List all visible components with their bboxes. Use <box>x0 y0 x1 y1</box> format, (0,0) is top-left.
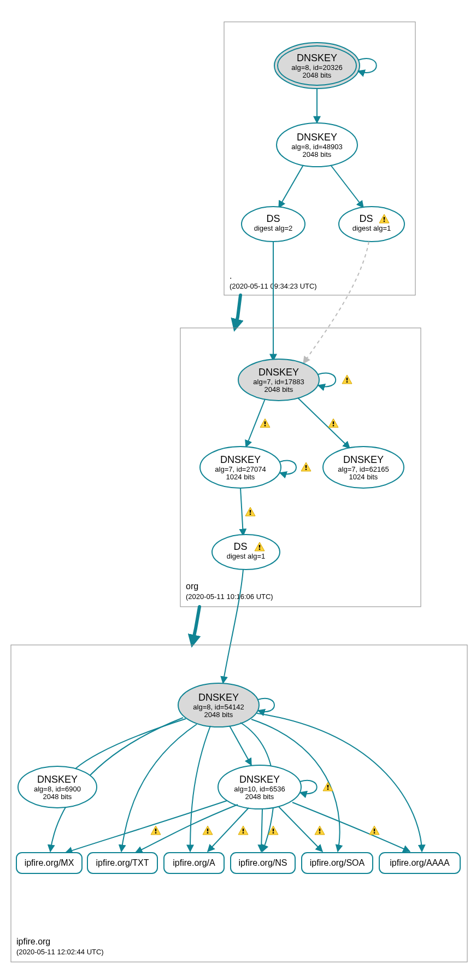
edge-orgksk-zsk1 <box>246 399 265 447</box>
node-ip-ksk: DNSKEY alg=8, id=54142 2048 bits <box>178 683 259 727</box>
svg-text:alg=8, id=20326: alg=8, id=20326 <box>291 63 342 72</box>
svg-text:DNSKEY: DNSKEY <box>37 774 78 785</box>
node-root-ds1: DS digest alg=1 <box>339 207 404 242</box>
edge-k6536-mx <box>66 801 227 853</box>
svg-text:alg=7, id=27074: alg=7, id=27074 <box>215 465 266 473</box>
svg-text:DS: DS <box>359 213 373 224</box>
svg-text:digest alg=1: digest alg=1 <box>227 552 265 560</box>
svg-text:2048 bits: 2048 bits <box>204 711 233 719</box>
self-loop-org-ksk <box>318 373 336 387</box>
zone-time-org: (2020-05-11 10:16:06 UTC) <box>186 592 273 601</box>
svg-text:digest alg=2: digest alg=2 <box>254 224 292 232</box>
svg-text:2048 bits: 2048 bits <box>245 793 274 801</box>
svg-text:ipfire.org/NS: ipfire.org/NS <box>239 858 287 867</box>
svg-text:DS: DS <box>233 541 247 552</box>
svg-text:2048 bits: 2048 bits <box>265 385 293 394</box>
svg-text:ipfire.org/AAAA: ipfire.org/AAAA <box>390 858 450 867</box>
svg-text:alg=7, id=17883: alg=7, id=17883 <box>253 378 304 386</box>
edge-k6536-ns <box>261 809 262 852</box>
dnssec-diagram: . (2020-05-11 09:34:23 UTC) DNSKEY alg=8… <box>0 0 476 980</box>
svg-text:ipfire.org/SOA: ipfire.org/SOA <box>310 858 365 867</box>
edge-orgds-ipksk <box>223 570 243 683</box>
svg-text:alg=10, id=6536: alg=10, id=6536 <box>234 785 285 793</box>
svg-text:DNSKEY: DNSKEY <box>239 774 280 785</box>
node-ip-k6900: DNSKEY alg=8, id=6900 2048 bits <box>18 766 97 808</box>
node-rr-ns: ipfire.org/NS <box>231 853 295 873</box>
delegation-arrow-org-ipfire <box>192 607 199 644</box>
warning-icon <box>315 826 325 835</box>
zone-time-ipfire: (2020-05-11 12:02:44 UTC) <box>16 948 104 956</box>
edge-k6536-soa <box>279 807 322 852</box>
svg-text:ipfire.org/TXT: ipfire.org/TXT <box>96 858 149 867</box>
zone-name-ipfire: ipfire.org <box>16 937 50 946</box>
svg-text:2048 bits: 2048 bits <box>303 71 332 79</box>
svg-text:alg=8, id=6900: alg=8, id=6900 <box>34 785 81 793</box>
svg-text:DS: DS <box>266 213 280 224</box>
node-org-zsk2: DNSKEY alg=7, id=62165 1024 bits <box>323 447 404 488</box>
node-rr-mx: ipfire.org/MX <box>16 853 82 873</box>
node-root-ds2: DS digest alg=2 <box>242 207 305 242</box>
svg-text:2048 bits: 2048 bits <box>303 150 332 159</box>
node-org-ds: DS digest alg=1 <box>212 535 280 570</box>
warning-icon <box>245 507 255 516</box>
edge-rootzsk-ds1 <box>331 165 363 208</box>
zone-name-root: . <box>230 271 232 280</box>
warning-icon <box>151 826 161 835</box>
svg-text:digest alg=1: digest alg=1 <box>352 224 391 232</box>
svg-text:ipfire.org/A: ipfire.org/A <box>173 858 215 867</box>
svg-text:DNSKEY: DNSKEY <box>220 454 261 465</box>
node-org-zsk1: DNSKEY alg=7, id=27074 1024 bits <box>200 447 281 488</box>
self-loop-org-zsk1 <box>280 461 296 474</box>
edge-ds1-orgksk-dashed <box>303 242 369 363</box>
svg-text:DNSKEY: DNSKEY <box>198 692 239 703</box>
svg-text:alg=8, id=48903: alg=8, id=48903 <box>291 143 342 151</box>
svg-text:alg=8, id=54142: alg=8, id=54142 <box>193 703 244 711</box>
warning-icon <box>301 462 311 471</box>
edge-ipksk-k6536 <box>230 726 251 765</box>
node-rr-soa: ipfire.org/SOA <box>302 853 373 873</box>
svg-text:ipfire.org/MX: ipfire.org/MX <box>25 858 74 867</box>
svg-text:DNSKEY: DNSKEY <box>297 132 337 143</box>
node-root-zsk: DNSKEY alg=8, id=48903 2048 bits <box>277 123 357 167</box>
warning-icon <box>260 419 270 427</box>
warning-icon <box>342 375 352 384</box>
warning-icon <box>203 826 213 835</box>
edge-orgzsk1-orgds <box>240 488 243 536</box>
warning-icon <box>369 826 379 835</box>
svg-text:1024 bits: 1024 bits <box>226 473 255 481</box>
warning-icon <box>323 782 333 791</box>
edge-k6536-txt <box>136 805 238 853</box>
svg-text:DNSKEY: DNSKEY <box>343 454 384 465</box>
node-org-ksk: DNSKEY alg=7, id=17883 2048 bits <box>238 359 319 401</box>
node-rr-a: ipfire.org/A <box>164 853 224 873</box>
self-loop-root-ksk <box>358 58 377 73</box>
node-rr-aaaa: ipfire.org/AAAA <box>379 853 460 873</box>
edge-orgksk-zsk2 <box>298 398 350 448</box>
edge-rootzsk-ds2 <box>279 165 303 208</box>
node-rr-txt: ipfire.org/TXT <box>87 853 157 873</box>
svg-text:alg=7, id=62165: alg=7, id=62165 <box>338 465 389 473</box>
svg-text:DNSKEY: DNSKEY <box>258 367 299 378</box>
delegation-arrow-root-org <box>235 295 240 328</box>
self-loop-ip-k6536 <box>300 781 317 794</box>
node-ip-k6536: DNSKEY alg=10, id=6536 2048 bits <box>218 765 301 809</box>
warning-icon <box>238 826 248 835</box>
zone-name-org: org <box>186 582 198 591</box>
edge-k6536-aaaa <box>292 802 410 852</box>
self-loop-ip-ksk <box>258 699 274 712</box>
svg-text:2048 bits: 2048 bits <box>43 793 72 801</box>
svg-text:DNSKEY: DNSKEY <box>297 52 337 63</box>
svg-text:1024 bits: 1024 bits <box>349 473 378 481</box>
warning-icon <box>328 419 338 427</box>
node-root-ksk: DNSKEY alg=8, id=20326 2048 bits <box>274 43 360 89</box>
